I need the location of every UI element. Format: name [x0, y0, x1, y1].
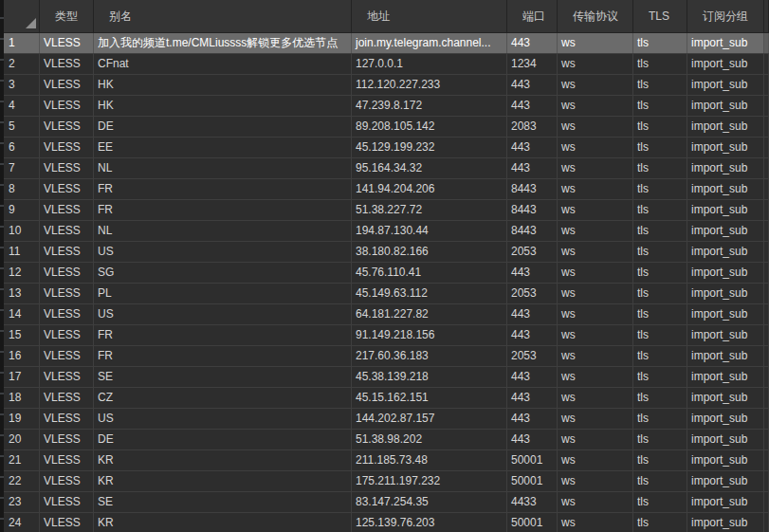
- row-number-cell[interactable]: 14: [4, 304, 40, 324]
- row-number-cell[interactable]: 20: [4, 430, 40, 449]
- cell-address[interactable]: 144.202.87.157: [352, 409, 507, 429]
- cell-address[interactable]: 141.94.204.206: [352, 179, 507, 199]
- cell-network[interactable]: ws: [558, 388, 633, 408]
- cell-alias[interactable]: FR: [94, 200, 352, 220]
- cell-network[interactable]: ws: [558, 263, 633, 283]
- cell-address[interactable]: 45.15.162.151: [352, 388, 507, 408]
- row-number-cell[interactable]: 15: [4, 325, 40, 345]
- row-number-cell[interactable]: 21: [4, 450, 40, 470]
- cell-alias[interactable]: HK: [94, 75, 352, 95]
- cell-type[interactable]: VLESS: [40, 284, 94, 303]
- cell-port[interactable]: 8443: [507, 200, 558, 220]
- cell-address[interactable]: join.my.telegram.channel...: [352, 33, 507, 53]
- cell-tls[interactable]: tls: [633, 117, 687, 137]
- cell-alias[interactable]: PL: [94, 284, 352, 303]
- cell-alias[interactable]: NL: [94, 158, 352, 178]
- cell-type[interactable]: VLESS: [40, 325, 94, 345]
- cell-port[interactable]: 1234: [507, 54, 558, 74]
- cell-group[interactable]: import_sub: [687, 325, 764, 345]
- cell-address[interactable]: 217.60.36.183: [352, 346, 507, 366]
- cell-group[interactable]: import_sub: [687, 54, 764, 74]
- cell-address[interactable]: 45.149.63.112: [352, 284, 507, 303]
- cell-alias[interactable]: EE: [94, 138, 352, 157]
- cell-network[interactable]: ws: [558, 33, 633, 53]
- server-row[interactable]: 18VLESSCZ45.15.162.151443wstlsimport_sub: [4, 388, 769, 409]
- cell-address[interactable]: 95.164.34.32: [352, 158, 507, 178]
- row-number-cell[interactable]: 1: [4, 33, 40, 53]
- cell-network[interactable]: ws: [558, 242, 633, 262]
- cell-address[interactable]: 45.129.199.232: [352, 138, 507, 157]
- cell-type[interactable]: VLESS: [40, 409, 94, 429]
- cell-tls[interactable]: tls: [633, 75, 687, 95]
- cell-type[interactable]: VLESS: [40, 179, 94, 199]
- select-all-corner[interactable]: [4, 0, 40, 32]
- cell-group[interactable]: import_sub: [687, 284, 764, 303]
- cell-network[interactable]: ws: [558, 409, 633, 429]
- cell-address[interactable]: 194.87.130.44: [352, 221, 507, 241]
- cell-tls[interactable]: tls: [633, 409, 687, 429]
- cell-network[interactable]: ws: [558, 513, 633, 532]
- cell-group[interactable]: import_sub: [687, 117, 764, 137]
- cell-group[interactable]: import_sub: [687, 75, 764, 95]
- cell-group[interactable]: import_sub: [687, 138, 764, 157]
- server-row[interactable]: 24VLESSKR125.139.76.20350001wstlsimport_…: [4, 513, 769, 532]
- cell-address[interactable]: 112.120.227.233: [352, 75, 507, 95]
- cell-port[interactable]: 2083: [507, 117, 558, 137]
- row-number-cell[interactable]: 10: [4, 221, 40, 241]
- cell-address[interactable]: 45.76.110.41: [352, 263, 507, 283]
- cell-alias[interactable]: KR: [94, 450, 352, 470]
- cell-tls[interactable]: tls: [633, 346, 687, 366]
- cell-type[interactable]: VLESS: [40, 492, 94, 512]
- cell-tls[interactable]: tls: [633, 492, 687, 512]
- row-number-cell[interactable]: 8: [4, 179, 40, 199]
- cell-type[interactable]: VLESS: [40, 346, 94, 366]
- cell-type[interactable]: VLESS: [40, 117, 94, 137]
- cell-alias[interactable]: SG: [94, 263, 352, 283]
- cell-group[interactable]: import_sub: [687, 221, 764, 241]
- cell-port[interactable]: 443: [507, 388, 558, 408]
- cell-tls[interactable]: tls: [633, 138, 687, 157]
- server-row[interactable]: 4VLESSHK47.239.8.172443wstlsimport_sub: [4, 96, 769, 117]
- row-number-cell[interactable]: 2: [4, 54, 40, 74]
- server-row[interactable]: 2VLESSCFnat127.0.0.11234wstlsimport_sub: [4, 54, 769, 75]
- cell-type[interactable]: VLESS: [40, 75, 94, 95]
- cell-group[interactable]: import_sub: [687, 388, 764, 408]
- cell-type[interactable]: VLESS: [40, 138, 94, 157]
- cell-alias[interactable]: KR: [94, 471, 352, 491]
- cell-group[interactable]: import_sub: [687, 263, 764, 283]
- cell-address[interactable]: 51.38.227.72: [352, 200, 507, 220]
- cell-tls[interactable]: tls: [633, 54, 687, 74]
- row-number-cell[interactable]: 16: [4, 346, 40, 366]
- cell-tls[interactable]: tls: [633, 263, 687, 283]
- cell-network[interactable]: ws: [558, 221, 633, 241]
- cell-tls[interactable]: tls: [633, 304, 687, 324]
- cell-tls[interactable]: tls: [633, 325, 687, 345]
- row-number-cell[interactable]: 9: [4, 200, 40, 220]
- cell-type[interactable]: VLESS: [40, 513, 94, 532]
- cell-address[interactable]: 51.38.98.202: [352, 430, 507, 449]
- server-row[interactable]: 3VLESSHK112.120.227.233443wstlsimport_su…: [4, 75, 769, 96]
- cell-port[interactable]: 443: [507, 430, 558, 449]
- cell-network[interactable]: ws: [558, 179, 633, 199]
- cell-tls[interactable]: tls: [633, 388, 687, 408]
- cell-address[interactable]: 89.208.105.142: [352, 117, 507, 137]
- cell-group[interactable]: import_sub: [687, 33, 764, 53]
- cell-tls[interactable]: tls: [633, 179, 687, 199]
- cell-network[interactable]: ws: [558, 325, 633, 345]
- cell-network[interactable]: ws: [558, 75, 633, 95]
- column-header-type[interactable]: 类型: [40, 0, 94, 32]
- cell-tls[interactable]: tls: [633, 450, 687, 470]
- cell-alias[interactable]: US: [94, 242, 352, 262]
- row-number-cell[interactable]: 17: [4, 367, 40, 387]
- cell-port[interactable]: 443: [507, 304, 558, 324]
- cell-port[interactable]: 443: [507, 367, 558, 387]
- cell-alias[interactable]: DE: [94, 430, 352, 449]
- cell-group[interactable]: import_sub: [687, 513, 764, 532]
- column-header-port[interactable]: 端口: [507, 0, 558, 32]
- cell-port[interactable]: 8443: [507, 221, 558, 241]
- cell-group[interactable]: import_sub: [687, 179, 764, 199]
- row-number-cell[interactable]: 3: [4, 75, 40, 95]
- server-row[interactable]: 16VLESSFR217.60.36.1832053wstlsimport_su…: [4, 346, 769, 367]
- cell-alias[interactable]: HK: [94, 96, 352, 116]
- cell-group[interactable]: import_sub: [687, 346, 764, 366]
